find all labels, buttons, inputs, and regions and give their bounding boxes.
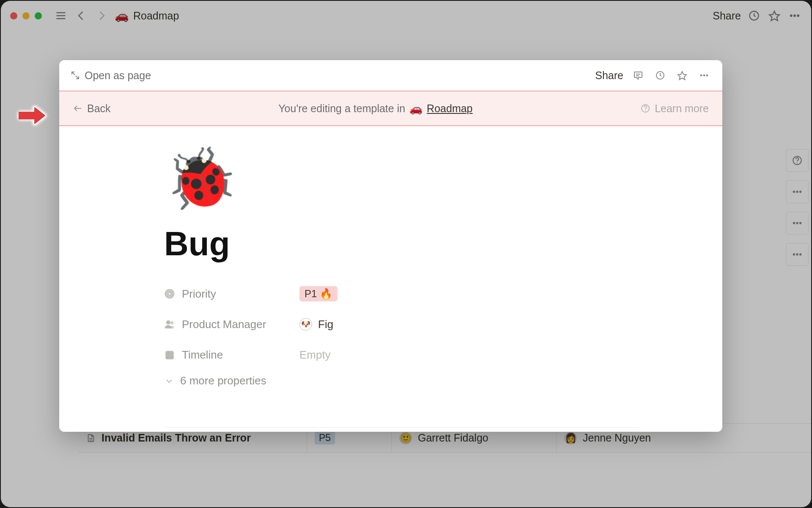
window-minimize-icon[interactable] [22, 12, 30, 19]
svg-point-32 [645, 110, 646, 111]
svg-point-10 [793, 191, 795, 193]
open-as-page-label: Open as page [85, 69, 151, 82]
svg-point-6 [794, 15, 796, 17]
date-icon [164, 349, 175, 360]
svg-point-36 [170, 322, 173, 325]
row-more-icon-2[interactable] [786, 212, 809, 235]
divider [164, 427, 638, 428]
svg-line-22 [76, 76, 79, 79]
svg-point-14 [796, 222, 798, 224]
more-icon[interactable] [787, 8, 802, 23]
svg-point-7 [797, 15, 799, 17]
svg-point-12 [799, 191, 801, 193]
page-icon [86, 433, 96, 444]
row-more-icon-3[interactable] [786, 243, 809, 266]
help-icon[interactable] [786, 149, 809, 172]
property-row-timeline[interactable]: Timeline Empty [164, 340, 689, 370]
svg-point-13 [793, 222, 795, 224]
banner-back-label: Back [87, 102, 111, 115]
updates-icon[interactable] [747, 8, 761, 23]
favorite-icon[interactable] [767, 8, 782, 23]
property-row-pm[interactable]: Product Manager 🐶 Fig [164, 309, 689, 340]
window-traffic-lights[interactable] [10, 12, 42, 19]
priority-tag: P1 🔥 [299, 286, 337, 301]
avatar: 🐶 [299, 318, 312, 331]
breadcrumb-title: Roadmap [133, 10, 179, 22]
svg-point-27 [700, 75, 702, 76]
svg-line-21 [72, 72, 75, 75]
page-icon[interactable]: 🐞 [164, 149, 689, 208]
banner-learn-more-label: Learn more [655, 102, 709, 115]
nav-forward-icon[interactable] [94, 8, 109, 23]
svg-point-9 [797, 163, 798, 163]
property-row-priority[interactable]: Priority P1 🔥 [164, 279, 689, 309]
banner-message: You're editing a template in 🚗 Roadmap [118, 102, 633, 115]
svg-point-5 [790, 15, 793, 17]
banner-learn-more-button[interactable]: Learn more [640, 102, 709, 115]
svg-marker-26 [678, 72, 686, 80]
svg-point-16 [793, 254, 795, 255]
avatar: 👩 [564, 432, 577, 444]
more-icon[interactable] [697, 68, 711, 83]
row-more-icon[interactable] [786, 180, 809, 203]
comments-icon[interactable] [631, 68, 645, 83]
svg-point-18 [799, 254, 801, 255]
svg-point-17 [796, 254, 798, 255]
open-as-page-button[interactable]: Open as page [70, 69, 151, 82]
breadcrumb-emoji-icon: 🚗 [115, 9, 129, 22]
pm-name: Garrett Fidalgo [418, 432, 488, 444]
modal-topbar: Open as page Share [59, 60, 722, 91]
property-label: Priority [182, 287, 216, 301]
select-icon [164, 288, 175, 299]
banner-database-link[interactable]: Roadmap [427, 102, 472, 115]
svg-point-35 [166, 320, 170, 324]
db-side-buttons [786, 149, 809, 266]
page-modal: Open as page Share Back [59, 60, 722, 432]
svg-marker-4 [769, 11, 779, 21]
favorite-icon[interactable] [675, 68, 689, 83]
window-maximize-icon[interactable] [35, 12, 42, 19]
chevron-down-icon [164, 376, 174, 386]
more-properties-button[interactable]: 6 more properties [164, 374, 689, 387]
modal-content: 🐞 Bug Priority P1 🔥 Product Manager 🐶 [164, 149, 689, 387]
row-title: Invalid Emails Throw an Error [102, 432, 251, 444]
svg-point-15 [799, 222, 801, 224]
person-icon [164, 319, 175, 330]
avatar: 🙂 [399, 432, 412, 444]
pm-value: Fig [318, 318, 333, 331]
timeline-value-empty: Empty [299, 348, 331, 362]
svg-point-29 [706, 75, 708, 76]
app-window: 🚗 Roadmap Share Invalid Emails Throw an … [1, 1, 811, 507]
engineer-name: Jenne Nguyen [583, 432, 651, 444]
annotation-arrow-icon [17, 102, 51, 130]
banner-back-button[interactable]: Back [73, 102, 111, 115]
window-close-icon[interactable] [10, 12, 17, 19]
more-properties-label: 6 more properties [180, 374, 266, 387]
svg-point-28 [703, 75, 705, 76]
updates-icon[interactable] [653, 68, 667, 83]
menu-icon[interactable] [54, 8, 68, 23]
share-button[interactable]: Share [713, 10, 741, 22]
svg-rect-37 [166, 351, 173, 359]
nav-back-icon[interactable] [74, 8, 88, 23]
page-title[interactable]: Bug [164, 224, 689, 263]
property-label: Timeline [182, 348, 223, 362]
topbar: 🚗 Roadmap Share [1, 1, 811, 30]
banner-link-emoji-icon: 🚗 [409, 102, 422, 115]
breadcrumb[interactable]: 🚗 Roadmap [115, 9, 179, 22]
property-label: Product Manager [182, 318, 266, 331]
priority-badge: P5 [315, 431, 335, 444]
template-editing-banner: Back You're editing a template in 🚗 Road… [59, 91, 722, 126]
modal-share-button[interactable]: Share [595, 69, 623, 82]
svg-point-11 [796, 191, 798, 193]
svg-rect-41 [19, 112, 37, 119]
